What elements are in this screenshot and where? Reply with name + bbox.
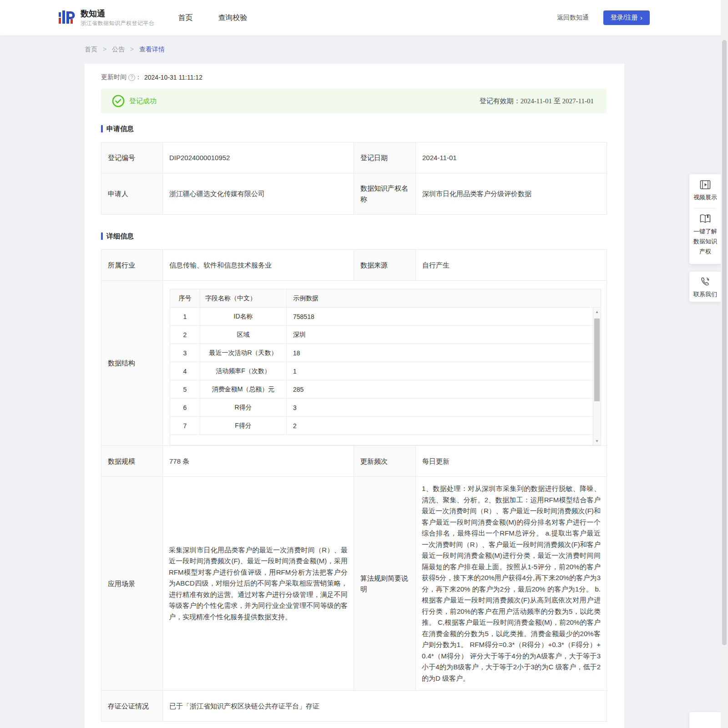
help-circle-icon[interactable]: ? bbox=[128, 74, 135, 81]
validity-period: 登记有效期：2024-11-01 至 2027-11-01 bbox=[480, 97, 594, 106]
applicant-value: 浙江疆心疆选文化传媒有限公司 bbox=[163, 173, 354, 215]
cell-field-name: R得分 bbox=[200, 399, 287, 416]
login-register-label: 登录/注册 bbox=[611, 14, 638, 22]
table-row: 存证公证情况 已于「浙江省知识产权区块链公共存证平台」存证 bbox=[101, 691, 607, 722]
phone-icon bbox=[700, 277, 710, 287]
table-row: 3 最近一次活动R（天数） 18 bbox=[170, 344, 593, 362]
book-icon bbox=[699, 214, 711, 224]
col-header-field-name: 字段名称（中文） bbox=[200, 289, 287, 307]
frequency-value: 每日更新 bbox=[416, 446, 607, 477]
cell-sample: 1 bbox=[287, 362, 593, 380]
contact-us-label: 联系我们 bbox=[693, 289, 717, 299]
scrollbar-thumb[interactable] bbox=[594, 318, 600, 401]
logo-icon bbox=[57, 8, 76, 27]
status-badge: 登记成功 bbox=[129, 97, 157, 106]
scenario-label: 应用场景 bbox=[101, 477, 163, 691]
main-nav: 首页 查询校验 bbox=[178, 13, 248, 23]
cell-sample: 2 bbox=[287, 417, 593, 435]
cell-sample: 18 bbox=[287, 344, 593, 362]
section-marker bbox=[101, 233, 103, 240]
application-info-table: 登记编号 DIP2024000010952 登记日期 2024-11-01 申请… bbox=[101, 142, 607, 215]
nav-item-query[interactable]: 查询校验 bbox=[218, 13, 248, 23]
update-time-label: 更新时间 bbox=[101, 73, 126, 81]
ip-guide-label: 一键了解数据知识产权 bbox=[692, 227, 718, 257]
reg-no-value: DIP2024000010952 bbox=[163, 142, 354, 173]
table-row: 2 区域 深圳 bbox=[170, 326, 593, 344]
table-row: 6 R得分 3 bbox=[170, 399, 593, 417]
table-row: 所属行业 信息传输、软件和信息技术服务业 数据来源 自行产生 bbox=[101, 250, 607, 281]
cell-field-name: 消费金额M（总额）元 bbox=[200, 380, 287, 398]
table-row: 数据规模 778 条 更新频次 每日更新 bbox=[101, 446, 607, 477]
reg-date-label: 登记日期 bbox=[354, 142, 416, 173]
cell-index: 4 bbox=[170, 362, 200, 380]
registration-success-banner: 登记成功 登记有效期：2024-11-01 至 2027-11-01 bbox=[101, 89, 607, 113]
page-scrollbar-thumb[interactable] bbox=[722, 40, 727, 645]
breadcrumb-separator: > bbox=[130, 46, 134, 53]
table-row: 数据结构 序号 字段名称（中文） 示例数据 1 ID名称 758518 bbox=[101, 281, 607, 446]
update-time-row: 更新时间 ? ： 2024-10-31 11:11:12 bbox=[101, 64, 607, 83]
contact-us-card[interactable]: 联系我们 bbox=[689, 272, 721, 302]
ip-name-value: 深圳市日化用品类客户分级评价数据 bbox=[416, 173, 607, 215]
cell-field-name: 最近一次活动R（天数） bbox=[200, 344, 287, 362]
cell-sample: 758518 bbox=[287, 308, 593, 325]
cell-index: 5 bbox=[170, 380, 200, 398]
table-row: 申请人 浙江疆心疆选文化传媒有限公司 数据知识产权名称 深圳市日化用品类客户分级… bbox=[101, 173, 607, 215]
video-showcase-label: 视频展示 bbox=[693, 192, 717, 202]
video-showcase-item[interactable]: 视频展示 bbox=[693, 180, 717, 202]
cell-index: 1 bbox=[170, 308, 200, 325]
inner-table-scrollbar[interactable]: ▲ ▼ bbox=[593, 308, 601, 445]
cell-field-name: ID名称 bbox=[200, 308, 287, 325]
scale-value: 778 条 bbox=[163, 446, 354, 477]
side-panel-bottom-partial[interactable] bbox=[689, 712, 721, 728]
cell-sample: 285 bbox=[287, 380, 593, 398]
breadcrumb-home[interactable]: 首页 bbox=[85, 46, 97, 53]
scroll-up-arrow-icon[interactable]: ▲ bbox=[593, 308, 601, 315]
breadcrumb-announcement[interactable]: 公告 bbox=[112, 46, 125, 53]
ip-name-label: 数据知识产权名称 bbox=[354, 173, 416, 215]
section-marker bbox=[101, 125, 103, 132]
cell-index: 7 bbox=[170, 417, 200, 435]
back-to-shuzhitong-link[interactable]: 返回数知通 bbox=[557, 14, 589, 22]
breadcrumb: 首页 > 公告 > 查看详情 bbox=[85, 46, 165, 54]
section-title: 详细信息 bbox=[106, 232, 134, 241]
video-icon bbox=[700, 180, 711, 190]
app-header: 数知通 浙江省数据知识产权登记平台 首页 查询校验 返回数知通 登录/注册 › bbox=[0, 0, 728, 35]
logo-title: 数知通 bbox=[81, 9, 155, 19]
update-time-value: 2024-10-31 11:11:12 bbox=[144, 74, 202, 81]
cell-index: 2 bbox=[170, 326, 200, 344]
nav-item-home[interactable]: 首页 bbox=[178, 13, 193, 23]
scroll-down-arrow-icon[interactable]: ▼ bbox=[593, 438, 601, 444]
section-title: 申请信息 bbox=[106, 125, 134, 133]
table-row: 4 活动频率F（次数） 1 bbox=[170, 362, 593, 380]
structure-value-cell: 序号 字段名称（中文） 示例数据 1 ID名称 758518 2 区域 bbox=[163, 281, 607, 446]
scale-label: 数据规模 bbox=[101, 446, 163, 477]
table-row: 7 F得分 2 bbox=[170, 417, 593, 435]
detail-card: 更新时间 ? ： 2024-10-31 11:11:12 登记成功 登记有效期：… bbox=[85, 64, 624, 728]
chevron-right-icon: › bbox=[640, 14, 642, 21]
table-row: 1 ID名称 758518 bbox=[170, 308, 593, 326]
ip-guide-item[interactable]: 一键了解数据知识产权 bbox=[692, 214, 718, 257]
breadcrumb-current: 查看详情 bbox=[139, 46, 165, 53]
detail-info-table: 所属行业 信息传输、软件和信息技术服务业 数据来源 自行产生 数据结构 序号 字… bbox=[101, 249, 607, 722]
cell-field-name: 区域 bbox=[200, 326, 287, 344]
cell-field-name: 活动频率F（次数） bbox=[200, 362, 287, 380]
structure-header-row: 序号 字段名称（中文） 示例数据 bbox=[170, 289, 601, 308]
source-label: 数据来源 bbox=[354, 250, 416, 281]
breadcrumb-separator: > bbox=[103, 46, 106, 53]
reg-no-label: 登记编号 bbox=[101, 142, 163, 173]
structure-table-body: 1 ID名称 758518 2 区域 深圳 3 最近一次活动R（天数） bbox=[170, 308, 601, 445]
section-application: 申请信息 bbox=[101, 124, 607, 134]
industry-label: 所属行业 bbox=[101, 250, 163, 281]
cell-index: 6 bbox=[170, 399, 200, 416]
col-header-index: 序号 bbox=[170, 289, 200, 307]
reg-date-value: 2024-11-01 bbox=[416, 142, 607, 173]
login-register-button[interactable]: 登录/注册 › bbox=[603, 10, 650, 25]
industry-value: 信息传输、软件和信息技术服务业 bbox=[163, 250, 354, 281]
logo[interactable]: 数知通 浙江省数据知识产权登记平台 bbox=[57, 8, 155, 27]
table-row: 5 消费金额M（总额）元 285 bbox=[170, 380, 593, 399]
cell-sample: 深圳 bbox=[287, 326, 593, 344]
page-scrollbar[interactable] bbox=[721, 0, 728, 728]
update-time-colon: ： bbox=[135, 73, 142, 81]
success-check-icon bbox=[112, 95, 125, 107]
data-structure-table: 序号 字段名称（中文） 示例数据 1 ID名称 758518 2 区域 bbox=[170, 289, 601, 445]
